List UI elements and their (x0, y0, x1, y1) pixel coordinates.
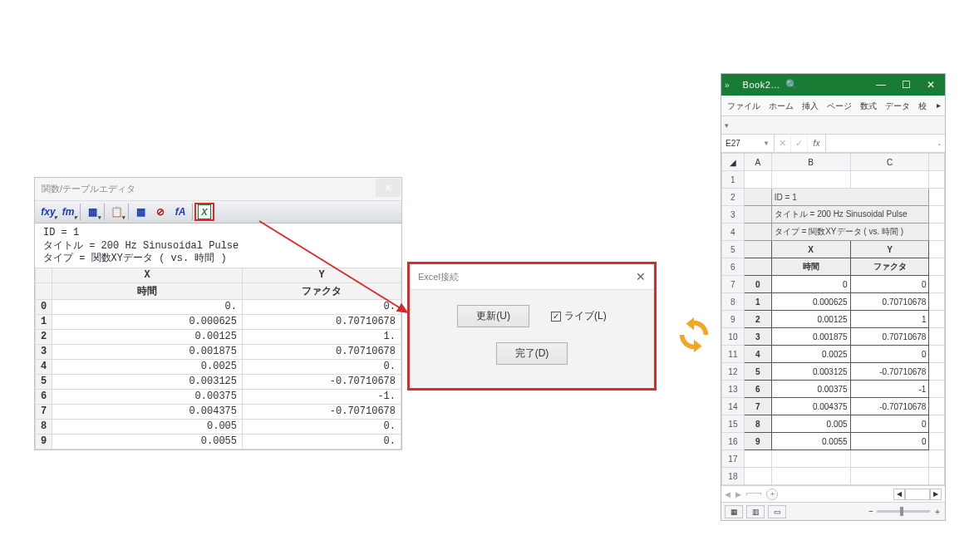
zoom-in-icon[interactable]: ＋ (933, 506, 942, 518)
view-pagebreak-icon[interactable]: ▭ (768, 505, 786, 518)
fx-enter-icon[interactable]: ✓ (791, 135, 808, 152)
x-cell[interactable]: 0.003125 (771, 363, 850, 381)
y-cell[interactable]: 0.70710678 (243, 314, 401, 329)
x-cell[interactable]: 0.001875 (771, 328, 850, 346)
idx-cell[interactable]: 1 (744, 293, 771, 311)
col-y-subheader[interactable]: ファクタ (243, 282, 401, 299)
view-pagelayout-icon[interactable]: ▥ (746, 505, 765, 518)
cell[interactable] (744, 189, 771, 206)
x-cell[interactable]: 0.0025 (52, 359, 243, 374)
table-row[interactable]: 10.0006250.70710678 (36, 314, 401, 329)
cell[interactable] (929, 468, 945, 485)
x-cell[interactable]: 0.004375 (771, 398, 850, 415)
fx-cancel-icon[interactable]: ✕ (775, 135, 791, 152)
worksheet[interactable]: ◢ A B C 1 2 ID = 1 3 タイトル = 200 Hz Sinus… (721, 153, 945, 485)
x-cell[interactable]: 0.00375 (52, 389, 243, 404)
idx-cell[interactable]: 8 (744, 415, 771, 433)
paste-icon[interactable]: 📋▾ (106, 203, 126, 221)
info-type[interactable]: タイプ = 関数XYデータ ( vs. 時間 ) (771, 224, 929, 241)
row-header[interactable]: 17 (722, 450, 745, 468)
table-row[interactable]: 20.001251. (36, 329, 401, 344)
cell[interactable] (929, 433, 945, 450)
close-icon[interactable]: ✕ (636, 270, 646, 283)
ribbon-overflow-icon[interactable]: ▸ (934, 97, 943, 115)
idx-cell[interactable]: 9 (744, 433, 771, 450)
cell[interactable] (850, 450, 929, 468)
x-cell[interactable]: 0. (52, 299, 243, 314)
row-index[interactable]: 8 (36, 419, 52, 434)
table-row[interactable]: 1470.004375-0.70710678 (722, 398, 945, 415)
idx-cell[interactable]: 3 (744, 328, 771, 346)
x-cell[interactable]: 0.00375 (771, 381, 850, 398)
col-header-b[interactable]: B (771, 154, 850, 171)
dialog-titlebar[interactable]: Excel接続 ✕ (410, 264, 654, 290)
close-icon[interactable]: ✕ (918, 74, 943, 96)
fn-xy-icon[interactable]: fxy▾ (38, 203, 58, 221)
row-index[interactable]: 5 (36, 374, 52, 389)
sheet-nav-prev-icon[interactable]: ◀ (725, 490, 730, 499)
table-row[interactable]: 810.0006250.70710678 (722, 293, 945, 311)
row-index[interactable]: 4 (36, 359, 52, 374)
fn-a-icon[interactable]: fA (170, 203, 190, 221)
zoom-slider[interactable]: − ＋ (790, 506, 942, 518)
row-index[interactable]: 3 (36, 344, 52, 359)
delete-icon[interactable]: ⊘ (150, 203, 170, 221)
cell[interactable] (744, 241, 771, 258)
row-header[interactable]: 15 (722, 415, 745, 433)
y-cell[interactable]: -1. (243, 389, 401, 404)
hdr-x[interactable]: X (771, 241, 850, 258)
view-normal-icon[interactable]: ▦ (725, 505, 743, 518)
cell[interactable] (929, 398, 945, 415)
row-header[interactable]: 12 (722, 363, 745, 381)
y-cell[interactable]: 0.70710678 (850, 293, 929, 311)
cell[interactable] (744, 450, 771, 468)
col-y-header[interactable]: Y (243, 268, 401, 282)
close-icon[interactable]: × (376, 179, 401, 197)
row-header[interactable]: 1 (722, 171, 745, 189)
x-cell[interactable]: 0.000625 (52, 314, 243, 329)
row-index[interactable]: 0 (36, 299, 52, 314)
cell[interactable] (929, 363, 945, 381)
tab-page[interactable]: ページ (823, 97, 856, 115)
col-header-c[interactable]: C (850, 154, 929, 171)
cell[interactable] (929, 328, 945, 346)
nav-prev-icon[interactable]: » (725, 81, 730, 90)
y-cell[interactable]: 0 (850, 433, 929, 450)
row-index[interactable]: 6 (36, 389, 52, 404)
y-cell[interactable]: -0.70710678 (243, 374, 401, 389)
row-header[interactable]: 2 (722, 189, 745, 206)
table-row[interactable]: 80.0050. (36, 419, 401, 434)
x-cell[interactable]: 0.00125 (771, 311, 850, 328)
y-cell[interactable]: 0 (850, 346, 929, 363)
y-cell[interactable]: 0 (850, 415, 929, 433)
editor-titlebar[interactable]: 関数/テーブルエディタ × (35, 178, 401, 201)
table-row[interactable]: 1140.00250 (722, 346, 945, 363)
table-row[interactable]: 00.0. (36, 299, 401, 314)
tab-insert[interactable]: 挿入 (798, 97, 823, 115)
row-header[interactable]: 10 (722, 328, 745, 346)
cell[interactable] (744, 206, 771, 224)
excel-connect-icon[interactable]: X (194, 203, 214, 221)
idx-cell[interactable]: 7 (744, 398, 771, 415)
update-button[interactable]: 更新(U) (457, 305, 529, 327)
table-row[interactable]: 50.003125-0.70710678 (36, 374, 401, 389)
y-cell[interactable]: 0. (243, 419, 401, 434)
y-cell[interactable]: 1 (850, 311, 929, 328)
cell[interactable] (929, 346, 945, 363)
x-cell[interactable]: 0.005 (52, 419, 243, 434)
cell[interactable] (929, 311, 945, 328)
table-icon[interactable]: ▦▾ (82, 203, 102, 221)
tab-home[interactable]: ホーム (765, 97, 798, 115)
y-cell[interactable]: 0. (243, 299, 401, 314)
fn-m-icon[interactable]: fm▾ (58, 203, 78, 221)
col-header-a[interactable]: A (744, 154, 771, 171)
hscroll-right-icon[interactable]: ▶ (930, 489, 942, 500)
row-header[interactable]: 5 (722, 241, 745, 258)
sheet-nav-next-icon[interactable]: ▶ (735, 490, 741, 499)
zoom-track[interactable] (877, 510, 930, 513)
table-row[interactable]: 70.004375-0.70710678 (36, 404, 401, 419)
info-title[interactable]: タイトル = 200 Hz Sinusoidal Pulse (771, 206, 929, 224)
hdr-y[interactable]: Y (850, 241, 929, 258)
cell[interactable] (929, 276, 945, 293)
cell[interactable] (771, 450, 850, 468)
